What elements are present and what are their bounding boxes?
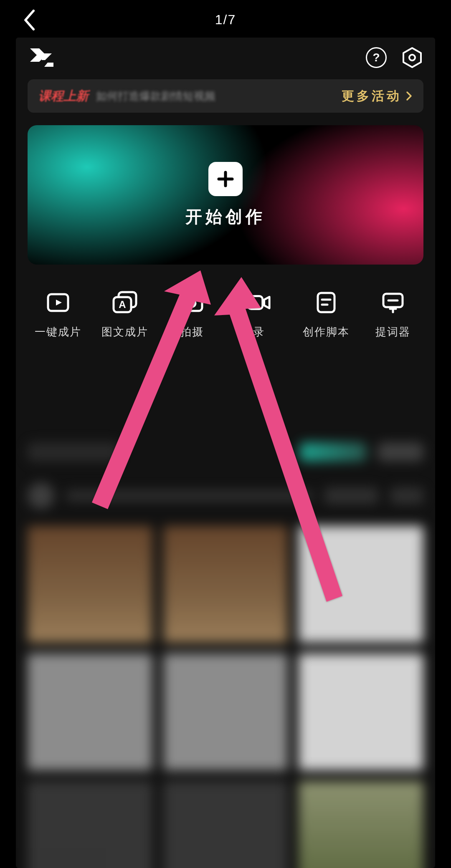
help-icon[interactable]: ? (366, 47, 387, 68)
banner-badge: 课程上新 (38, 88, 89, 105)
play-box-icon (45, 290, 71, 315)
tool-teleprompter[interactable]: 提词器 (362, 290, 424, 339)
image-viewer-bar: 1/7 (0, 0, 451, 40)
tool-record[interactable]: 录 (228, 290, 290, 339)
plus-icon (208, 162, 243, 196)
tool-one-click[interactable]: 一键成片 (27, 290, 89, 339)
start-create-label: 开始创作 (185, 205, 266, 228)
svg-point-7 (197, 297, 200, 300)
project-thumb[interactable] (299, 654, 423, 770)
blurred-gallery-area (28, 442, 423, 868)
svg-point-8 (189, 300, 195, 307)
app-logo-icon[interactable] (28, 46, 56, 69)
project-thumb[interactable] (163, 654, 288, 770)
svg-rect-6 (182, 294, 202, 311)
svg-marker-0 (403, 48, 421, 67)
script-icon (313, 290, 339, 315)
svg-text:A: A (119, 299, 126, 310)
teleprompter-icon (380, 290, 406, 315)
svg-rect-10 (318, 293, 334, 312)
settings-icon[interactable] (401, 46, 423, 69)
banner-more-link[interactable]: 更多活动 (342, 88, 413, 105)
page-counter: 1/7 (215, 12, 236, 28)
project-thumb[interactable] (28, 526, 152, 643)
project-thumb[interactable] (163, 781, 288, 868)
tool-text-image[interactable]: A 图文成片 (94, 290, 156, 339)
banner-subtitle: 如何打造爆款剧情短视频 (96, 89, 215, 103)
project-thumb[interactable] (299, 781, 423, 868)
project-thumb[interactable] (28, 654, 152, 770)
video-record-icon (246, 290, 272, 315)
svg-rect-9 (248, 296, 263, 309)
promo-banner[interactable]: 课程上新 如何打造爆款剧情短视频 更多活动 (28, 79, 423, 113)
tool-row: 一键成片 A 图文成片 拍摄 录 创作脚本 (16, 265, 435, 339)
svg-point-1 (409, 55, 415, 61)
back-button[interactable] (23, 10, 37, 30)
tool-script[interactable]: 创作脚本 (295, 290, 357, 339)
app-screenshot: ? 课程上新 如何打造爆款剧情短视频 更多活动 (16, 38, 435, 868)
tool-shoot[interactable]: 拍摄 (161, 290, 223, 339)
chevron-right-icon (406, 91, 413, 101)
project-thumb[interactable] (28, 781, 152, 868)
project-thumb[interactable] (299, 526, 423, 643)
camera-icon (179, 290, 205, 315)
project-thumb[interactable] (163, 526, 288, 643)
start-create-card[interactable]: 开始创作 (28, 125, 423, 265)
app-header: ? (16, 38, 435, 79)
chevron-left-icon (23, 10, 37, 30)
text-card-icon: A (112, 290, 138, 315)
